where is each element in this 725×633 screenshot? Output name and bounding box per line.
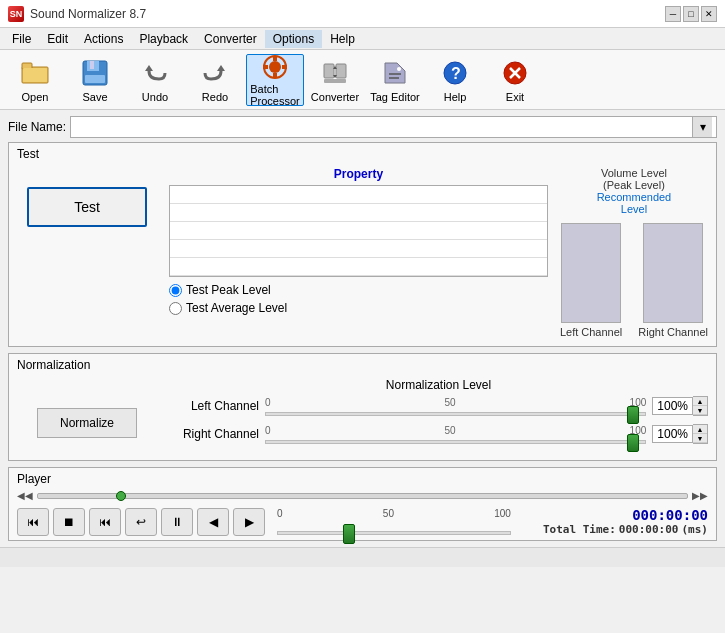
- svg-rect-2: [23, 68, 47, 82]
- minimize-button[interactable]: ─: [665, 6, 681, 22]
- undo-icon: [139, 57, 171, 89]
- left-channel-meter: [561, 223, 621, 323]
- control-play-fwd[interactable]: ▶: [233, 508, 265, 536]
- left-slider-container: 0 50 100: [265, 397, 646, 416]
- left-slider-track[interactable]: [265, 412, 646, 416]
- help-label: Help: [444, 91, 467, 103]
- maximize-button[interactable]: □: [683, 6, 699, 22]
- control-skip-start[interactable]: ⏮: [17, 508, 49, 536]
- menu-playback[interactable]: Playback: [131, 30, 196, 48]
- menu-actions[interactable]: Actions: [76, 30, 131, 48]
- left-spin-down[interactable]: ▼: [693, 406, 707, 415]
- tag-editor-button[interactable]: Tag Editor: [366, 54, 424, 106]
- svg-point-16: [397, 67, 401, 71]
- left-slider-label: Left Channel: [169, 399, 259, 413]
- svg-point-8: [269, 61, 281, 73]
- property-title: Property: [169, 167, 548, 181]
- seek-back-icon: ◀◀: [17, 490, 33, 501]
- control-prev[interactable]: ⏮: [89, 508, 121, 536]
- normalize-btn-area: Normalize: [17, 378, 157, 438]
- converter-label: Converter: [311, 91, 359, 103]
- test-section: Test Test Property: [8, 142, 717, 347]
- right-spin-up[interactable]: ▲: [693, 425, 707, 434]
- right-spin-down[interactable]: ▼: [693, 434, 707, 443]
- sliders-area: Normalization Level Left Channel 0 50 10…: [169, 378, 708, 452]
- player-section: Player ◀◀ ▶▶ ⏮ ⏹ ⏮ ↩ ⏸ ◀ ▶ 0 50 100: [8, 467, 717, 541]
- right-slider-thumb[interactable]: [627, 434, 639, 452]
- property-row-2: [170, 204, 547, 222]
- time-display: 000:00:00 Total Time: 000:00:00 (ms): [543, 507, 708, 536]
- dropdown-arrow-icon[interactable]: ▾: [692, 117, 712, 137]
- menu-edit[interactable]: Edit: [39, 30, 76, 48]
- tag-editor-icon: [379, 57, 411, 89]
- menu-options[interactable]: Options: [265, 30, 322, 48]
- right-channel-slider-row: Right Channel 0 50 100 100%: [169, 424, 708, 444]
- file-name-dropdown[interactable]: ▾: [70, 116, 717, 138]
- save-button[interactable]: Save: [66, 54, 124, 106]
- seek-thumb[interactable]: [116, 491, 126, 501]
- title-bar-text: Sound Normalizer 8.7: [30, 7, 665, 21]
- right-slider-container: 0 50 100: [265, 425, 646, 444]
- radio-average[interactable]: [169, 302, 182, 315]
- svg-text:?: ?: [451, 65, 461, 82]
- left-channel-label: Left Channel: [560, 326, 622, 338]
- seek-bar-row: ◀◀ ▶▶: [17, 490, 708, 501]
- total-time-unit: (ms): [682, 523, 709, 536]
- test-button-area: Test: [17, 167, 157, 227]
- normalize-button[interactable]: Normalize: [37, 408, 137, 438]
- seek-track[interactable]: [37, 493, 688, 499]
- undo-button[interactable]: Undo: [126, 54, 184, 106]
- redo-button[interactable]: Redo: [186, 54, 244, 106]
- right-channel-meter: [643, 223, 703, 323]
- right-spin-buttons[interactable]: ▲ ▼: [693, 424, 708, 444]
- status-bar: [0, 547, 725, 567]
- left-channel-slider-row: Left Channel 0 50 100 100%: [169, 396, 708, 416]
- exit-button[interactable]: Exit: [486, 54, 544, 106]
- svg-rect-15: [324, 79, 346, 83]
- help-button[interactable]: ? Help: [426, 54, 484, 106]
- app-icon: SN: [8, 6, 24, 22]
- volume-thumb[interactable]: [343, 524, 355, 544]
- undo-label: Undo: [142, 91, 168, 103]
- radio-peak-label[interactable]: Test Peak Level: [169, 283, 548, 297]
- property-row-1: [170, 186, 547, 204]
- test-button[interactable]: Test: [27, 187, 147, 227]
- left-spin-up[interactable]: ▲: [693, 397, 707, 406]
- recommended-label: RecommendedLevel: [597, 191, 672, 215]
- control-stop[interactable]: ⏹: [53, 508, 85, 536]
- right-slider-markers: 0 50 100: [265, 425, 646, 436]
- property-row-3: [170, 222, 547, 240]
- converter-icon: [319, 57, 351, 89]
- normalization-inner: Normalize Normalization Level Left Chann…: [17, 378, 708, 452]
- svg-rect-11: [263, 65, 268, 69]
- file-name-label: File Name:: [8, 120, 66, 134]
- svg-rect-5: [90, 61, 94, 69]
- control-rewind[interactable]: ↩: [125, 508, 157, 536]
- menu-help[interactable]: Help: [322, 30, 363, 48]
- radio-peak[interactable]: [169, 284, 182, 297]
- right-slider-track[interactable]: [265, 440, 646, 444]
- radio-peak-text: Test Peak Level: [186, 283, 271, 297]
- right-value-box: 100%: [652, 425, 693, 443]
- radio-average-label[interactable]: Test Average Level: [169, 301, 548, 315]
- open-button[interactable]: Open: [6, 54, 64, 106]
- tag-editor-label: Tag Editor: [370, 91, 420, 103]
- close-button[interactable]: ✕: [701, 6, 717, 22]
- volume-track[interactable]: [277, 531, 511, 535]
- volume-slider-area: 0 50 100: [269, 508, 519, 535]
- svg-rect-14: [336, 64, 346, 78]
- svg-rect-10: [273, 73, 277, 78]
- property-row-5: [170, 258, 547, 276]
- seek-forward-icon: ▶▶: [692, 490, 708, 501]
- control-pause[interactable]: ⏸: [161, 508, 193, 536]
- right-channel-container: Right Channel: [638, 223, 708, 338]
- property-area: Property Test Peak Level T: [169, 167, 548, 319]
- left-slider-thumb[interactable]: [627, 406, 639, 424]
- menu-converter[interactable]: Converter: [196, 30, 265, 48]
- title-bar-controls: ─ □ ✕: [665, 6, 717, 22]
- left-spin-buttons[interactable]: ▲ ▼: [693, 396, 708, 416]
- menu-file[interactable]: File: [4, 30, 39, 48]
- control-play-back[interactable]: ◀: [197, 508, 229, 536]
- converter-button[interactable]: Converter: [306, 54, 364, 106]
- batch-processor-button[interactable]: BatchProcessor: [246, 54, 304, 106]
